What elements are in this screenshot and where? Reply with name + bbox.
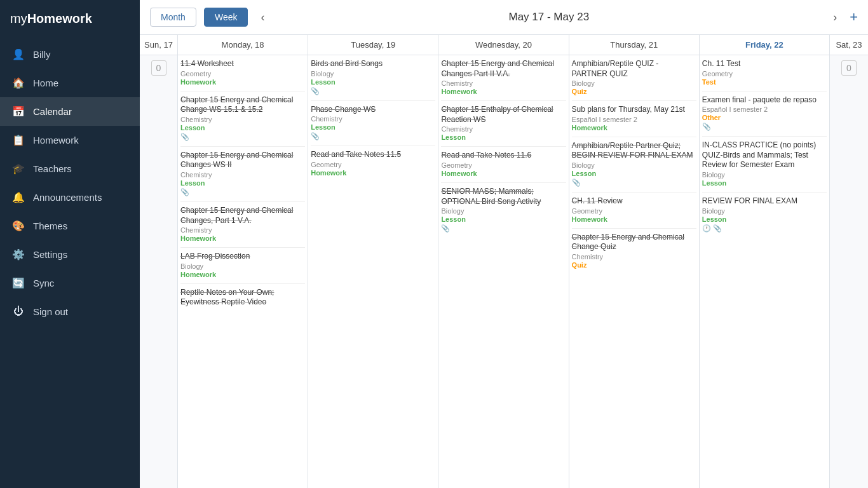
list-item[interactable]: 11.4 Worksheet Geometry Homework xyxy=(180,59,305,86)
day-col-wed: Chapter 15 Energy and Chemical Changes P… xyxy=(438,55,569,488)
day-col-sun: 0 xyxy=(140,55,178,488)
event-subject: Biology xyxy=(572,79,696,87)
sidebar-item-calendar[interactable]: 📅 Calendar xyxy=(0,97,140,126)
teachers-icon: 🎓 xyxy=(11,163,25,175)
logo-my: my xyxy=(10,11,27,25)
event-type: Quiz xyxy=(572,88,696,95)
event-type: Lesson xyxy=(311,78,435,86)
event-type: Lesson xyxy=(441,133,566,141)
list-item[interactable]: Ch. 11 Test Geometry Test xyxy=(702,59,827,86)
day-col-fri: Ch. 11 Test Geometry Test Examen final -… xyxy=(700,55,830,488)
sidebar-item-teachers[interactable]: 🎓 Teachers xyxy=(0,154,140,183)
day-header-wed: Wednesday, 20 xyxy=(438,35,569,55)
event-type: Homework xyxy=(572,215,696,223)
list-item[interactable]: SENIOR MASS; Mammals; OPTIONAL Bird Song… xyxy=(441,187,566,233)
prev-week-button[interactable]: ‹ xyxy=(255,8,269,27)
list-item[interactable]: Phase Change WS Chemistry Lesson 📎 xyxy=(311,105,435,141)
attachment-icon: 📎 xyxy=(180,188,305,196)
event-subject: Geometry xyxy=(702,70,827,78)
month-view-button[interactable]: Month xyxy=(150,8,196,27)
sidebar-item-settings[interactable]: ⚙️ Settings xyxy=(0,240,140,269)
attachment-icon: 📎 xyxy=(311,132,435,140)
add-event-button[interactable]: + xyxy=(850,9,858,25)
event-title: Chapter 15 Enthalpy of Chemical Reaction… xyxy=(441,105,566,125)
sidebar-item-home[interactable]: 🏠 Home xyxy=(0,69,140,97)
main-content: Month Week ‹ May 17 - May 23 › + Sun, 17… xyxy=(140,0,868,488)
calendar-icon: 📅 xyxy=(11,105,25,118)
app-logo: myHomework xyxy=(0,0,140,37)
list-item[interactable]: Chapter 15 Energy and Chemical Changes W… xyxy=(180,151,305,196)
day-columns: 0 11.4 Worksheet Geometry Homework Chapt… xyxy=(140,55,868,488)
list-item[interactable]: Read and Take Notes 11.6 Geometry Homewo… xyxy=(441,151,566,177)
event-subject: Chemistry xyxy=(572,253,696,261)
list-item[interactable]: LAB Frog Dissection Biology Homework xyxy=(180,252,305,278)
list-item[interactable]: Chapter 15 Energy and Chemical Changes, … xyxy=(180,206,305,242)
event-title: Ch. 11 Test xyxy=(702,59,827,69)
sidebar-label-user: Billy xyxy=(33,49,51,60)
event-separator xyxy=(702,91,827,92)
event-title: Birds and Bird Songs xyxy=(311,59,435,69)
sync-icon: 🔄 xyxy=(11,277,25,289)
sidebar-label-homework: Homework xyxy=(33,135,79,146)
themes-icon: 🎨 xyxy=(11,220,25,232)
sidebar-item-signout[interactable]: ⏻ Sign out xyxy=(0,297,140,323)
sidebar-label-calendar: Calendar xyxy=(33,106,72,117)
event-separator xyxy=(441,146,566,147)
event-title: Chapter 15 Energy and Chemical Changes P… xyxy=(441,59,566,79)
event-subject: Chemistry xyxy=(311,115,435,123)
list-item[interactable]: Examen final - paquete de repaso Español… xyxy=(702,95,827,132)
event-type: Lesson xyxy=(572,170,696,177)
event-type: Quiz xyxy=(572,261,696,269)
next-week-button[interactable]: › xyxy=(828,8,842,27)
list-item[interactable]: Read and Take Notes 11.5 Geometry Homewo… xyxy=(311,150,435,177)
list-item[interactable]: Birds and Bird Songs Biology Lesson 📎 xyxy=(311,59,435,95)
list-item[interactable]: Chapter 15 Energy and Chemical Changes P… xyxy=(441,59,566,95)
list-item[interactable]: Chapter 15 Energy and Chemical Change WS… xyxy=(180,95,305,141)
sidebar-item-announcements[interactable]: 🔔 Announcements xyxy=(0,183,140,212)
day-col-sat: 0 xyxy=(830,55,868,488)
list-item[interactable]: Chapter 15 Enthalpy of Chemical Reaction… xyxy=(441,105,566,141)
list-item[interactable]: Reptile Notes on Your Own; Eyewitness Re… xyxy=(180,288,305,308)
list-item[interactable]: Amphibian/Reptile QUIZ - PARTNER QUIZ Bi… xyxy=(572,59,696,95)
day-header-sat: Sat, 23 xyxy=(830,35,868,55)
sidebar-item-user[interactable]: 👤 Billy xyxy=(0,40,140,69)
list-item[interactable]: IN-CLASS PRACTICE (no points) QUIZ-Birds… xyxy=(702,140,827,187)
settings-icon: ⚙️ xyxy=(11,248,25,261)
event-subject: Biology xyxy=(572,161,696,169)
event-title: SENIOR MASS; Mammals; OPTIONAL Bird Song… xyxy=(441,187,566,207)
sidebar-label-settings: Settings xyxy=(33,249,67,260)
event-type: Lesson xyxy=(180,179,305,187)
sidebar-label-sync: Sync xyxy=(33,278,54,288)
day-header-mon: Monday, 18 xyxy=(178,35,308,55)
sidebar-item-homework[interactable]: 📋 Homework xyxy=(0,126,140,154)
day-col-tue: Birds and Bird Songs Biology Lesson 📎 Ph… xyxy=(308,55,438,488)
sidebar-label-signout: Sign out xyxy=(33,306,68,317)
event-type: Homework xyxy=(180,271,305,278)
sidebar: myHomework 👤 Billy 🏠 Home 📅 Calendar 📋 H… xyxy=(0,0,140,488)
sidebar-item-themes[interactable]: 🎨 Themes xyxy=(0,212,140,240)
event-title: CH. 11 Review xyxy=(572,196,696,207)
event-separator xyxy=(441,182,566,183)
sat-num: 0 xyxy=(841,60,857,76)
event-type: Lesson xyxy=(702,179,827,187)
event-subject: Biology xyxy=(441,207,566,215)
calendar-header: Month Week ‹ May 17 - May 23 › + xyxy=(140,0,868,35)
event-separator xyxy=(180,247,305,248)
event-title: Sub plans for Thursday, May 21st xyxy=(572,105,696,115)
list-item[interactable]: Amphibian/Reptile Partner Quiz; BEGIN RE… xyxy=(572,141,696,187)
attachment-icon: 📎 xyxy=(702,123,827,131)
sidebar-item-sync[interactable]: 🔄 Sync xyxy=(0,269,140,297)
week-view-button[interactable]: Week xyxy=(204,8,248,27)
event-subject: Biology xyxy=(311,70,435,78)
logo-hw: Homework xyxy=(27,11,92,25)
list-item[interactable]: CH. 11 Review Geometry Homework xyxy=(572,196,696,223)
event-separator xyxy=(702,192,827,193)
list-item[interactable]: Sub plans for Thursday, May 21st Español… xyxy=(572,105,696,132)
list-item[interactable]: REVIEW FOR FINAL EXAM Biology Lesson 🕐 📎 xyxy=(702,196,827,233)
event-subject: Geometry xyxy=(572,207,696,215)
list-item[interactable]: Chapter 15 Energy and Chemical Change Qu… xyxy=(572,233,696,269)
homework-icon: 📋 xyxy=(11,134,25,146)
event-subject: Biology xyxy=(702,207,827,215)
event-title: Amphibian/Reptile Partner Quiz; BEGIN RE… xyxy=(572,141,696,161)
event-separator xyxy=(441,100,566,101)
